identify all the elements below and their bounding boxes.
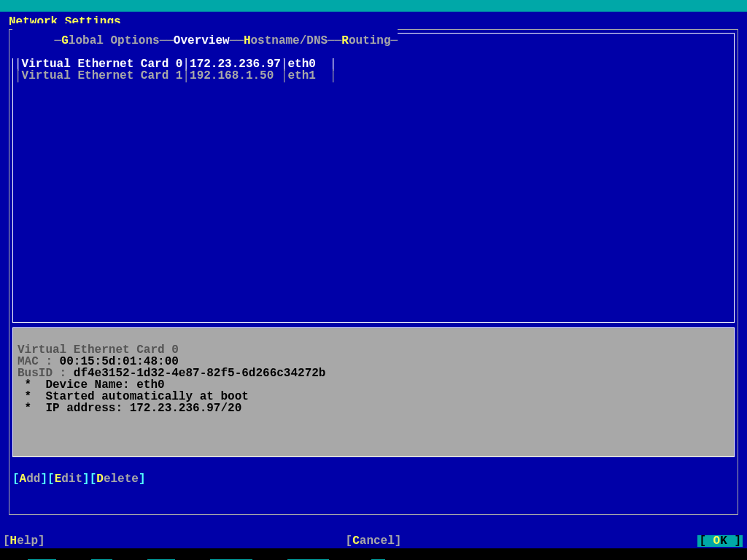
add-button[interactable]: [Add] (12, 472, 47, 486)
tab-routing[interactable]: Routing (341, 34, 390, 47)
fkey-bar: F1 Help F3 Add F4 Edit F5 Delete F9 Canc… (0, 548, 747, 560)
tab-global[interactable]: Global Options (61, 34, 159, 47)
tab-strip: ─Global Options──Overview──Hostname/DNS─… (12, 23, 398, 58)
ok-button[interactable]: [ OK ] (697, 535, 743, 547)
window-title: YaST2 - lan @ scg-uat (0, 0, 747, 12)
delete-button[interactable]: [Delete] (90, 472, 146, 486)
table-row[interactable]: │Virtual Ethernet Card 1│192.168.1.50 │e… (15, 69, 337, 82)
interfaces-table-frame: │Name │IP Address │Device│Note │Virtual … (12, 33, 735, 323)
tab-overview[interactable]: Overview (174, 34, 230, 47)
edit-button[interactable]: [Edit] (47, 472, 90, 486)
bottom-bar: [Help] [Cancel] [ OK ] (0, 534, 747, 548)
settings-frame: ─Global Options──Overview──Hostname/DNS─… (9, 29, 738, 515)
tab-hostname[interactable]: Hostname/DNS (244, 34, 328, 47)
cancel-button[interactable]: [Cancel] (346, 535, 402, 547)
interface-detail: Virtual Ethernet Card 0 MAC : 00:15:5d:0… (12, 327, 735, 457)
actions-bar: [Add][Edit][Delete] (9, 457, 738, 497)
main-area: Network Settings ─Global Options──Overvi… (0, 12, 747, 548)
help-button[interactable]: [Help] (3, 535, 45, 547)
